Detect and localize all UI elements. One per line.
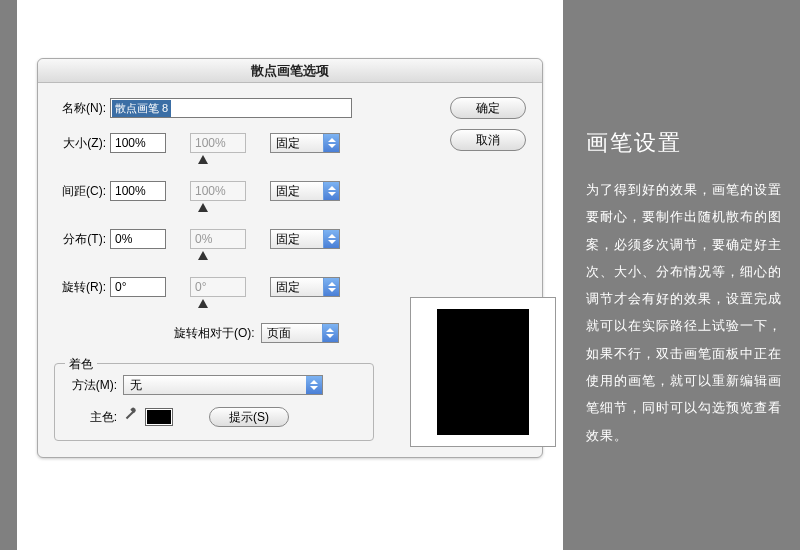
brush-preview <box>410 297 556 447</box>
size-mode-select[interactable]: 固定 <box>270 133 340 153</box>
spacing-mode-select[interactable]: 固定 <box>270 181 340 201</box>
dialog-body: 确定 取消 名称(N): 散点画笔 8 大小(Z): 固定 间距(C): <box>38 83 542 457</box>
ok-button[interactable]: 确定 <box>450 97 526 119</box>
side-body: 为了得到好的效果，画笔的设置要耐心，要制作出随机散布的图案，必须多次调节，要确定… <box>586 176 782 449</box>
preview-swatch <box>437 309 529 435</box>
scatter-label: 分布(T): <box>54 231 110 248</box>
side-text: 画笔设置 为了得到好的效果，画笔的设置要耐心，要制作出随机散布的图案，必须多次调… <box>586 128 782 449</box>
hint-button[interactable]: 提示(S) <box>209 407 289 427</box>
method-select[interactable]: 无 <box>123 375 323 395</box>
chevron-updown-icon <box>323 230 339 248</box>
scatter-mode-select[interactable]: 固定 <box>270 229 340 249</box>
size-input-1[interactable] <box>110 133 166 153</box>
spacing-label: 间距(C): <box>54 183 110 200</box>
slider-thumb-icon[interactable] <box>198 251 208 260</box>
button-column: 确定 取消 <box>450 97 526 151</box>
dialog-title: 散点画笔选项 <box>38 59 542 83</box>
keycolor-label: 主色: <box>67 409 123 426</box>
spacing-input-2 <box>190 181 246 201</box>
name-input[interactable]: 散点画笔 8 <box>110 98 352 118</box>
keycolor-swatch[interactable] <box>145 408 173 426</box>
slider-thumb-icon[interactable] <box>198 203 208 212</box>
keycolor-row: 主色: 提示(S) <box>67 406 361 428</box>
size-label: 大小(Z): <box>54 135 110 152</box>
chevron-updown-icon <box>306 376 322 394</box>
rotation-slider[interactable] <box>114 299 294 311</box>
side-heading: 画笔设置 <box>586 128 782 158</box>
spacing-slider[interactable] <box>114 203 294 215</box>
page-background: 散点画笔选项 确定 取消 名称(N): 散点画笔 8 大小(Z): 固定 <box>17 0 563 550</box>
name-value-selected: 散点画笔 8 <box>112 100 171 117</box>
cancel-button[interactable]: 取消 <box>450 129 526 151</box>
spacing-input-1[interactable] <box>110 181 166 201</box>
chevron-updown-icon <box>323 182 339 200</box>
eyedropper-icon[interactable] <box>123 409 139 425</box>
chevron-updown-icon <box>323 278 339 296</box>
chevron-updown-icon <box>322 324 338 342</box>
name-label: 名称(N): <box>54 100 110 117</box>
rotation-row: 旋转(R): 固定 <box>54 275 526 299</box>
rotation-mode-select[interactable]: 固定 <box>270 277 340 297</box>
scatter-input-2 <box>190 229 246 249</box>
tint-legend: 着色 <box>65 356 97 373</box>
size-input-2 <box>190 133 246 153</box>
scatter-input-1[interactable] <box>110 229 166 249</box>
method-row: 方法(M): 无 <box>67 374 361 396</box>
scatter-row: 分布(T): 固定 <box>54 227 526 251</box>
relative-select[interactable]: 页面 <box>261 323 339 343</box>
rotation-input-1[interactable] <box>110 277 166 297</box>
tint-fieldset: 着色 方法(M): 无 主色: 提示(S) <box>54 363 374 441</box>
rotation-input-2 <box>190 277 246 297</box>
chevron-updown-icon <box>323 134 339 152</box>
relative-label: 旋转相对于(O): <box>174 325 261 342</box>
slider-thumb-icon[interactable] <box>198 155 208 164</box>
slider-thumb-icon[interactable] <box>198 299 208 308</box>
scatter-brush-options-dialog: 散点画笔选项 确定 取消 名称(N): 散点画笔 8 大小(Z): 固定 <box>37 58 543 458</box>
rotation-label: 旋转(R): <box>54 279 110 296</box>
method-label: 方法(M): <box>67 377 123 394</box>
size-slider[interactable] <box>114 155 294 167</box>
scatter-slider[interactable] <box>114 251 294 263</box>
spacing-row: 间距(C): 固定 <box>54 179 526 203</box>
